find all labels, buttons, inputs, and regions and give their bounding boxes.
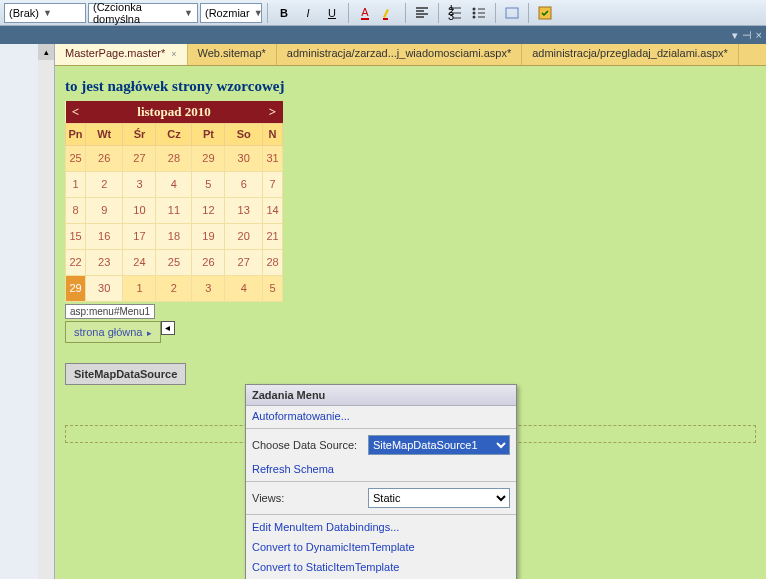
misc-button[interactable] — [501, 3, 523, 23]
calendar-day[interactable]: 24 — [123, 249, 156, 275]
convert-dynamic-link[interactable]: Convert to DynamicItemTemplate — [252, 541, 415, 553]
calendar-day[interactable]: 18 — [156, 223, 192, 249]
separator — [528, 3, 529, 23]
align-button[interactable] — [411, 3, 433, 23]
scrollbar[interactable] — [38, 44, 54, 579]
arrow-down-icon[interactable]: ▾ — [732, 29, 738, 42]
calendar-day[interactable]: 12 — [192, 197, 225, 223]
calendar-day[interactable]: 2 — [86, 171, 123, 197]
separator — [438, 3, 439, 23]
calendar-day[interactable]: 3 — [123, 171, 156, 197]
calendar-day[interactable]: 15 — [66, 223, 86, 249]
calendar-day[interactable]: 23 — [86, 249, 123, 275]
document-tab[interactable]: administracja/przegladaj_dzialami.aspx* — [522, 44, 739, 65]
control-tag[interactable]: asp:menu#Menu1 — [65, 304, 155, 319]
calendar-day[interactable]: 3 — [192, 275, 225, 301]
options-button[interactable] — [534, 3, 556, 23]
close-icon[interactable]: × — [171, 49, 176, 59]
italic-button[interactable]: I — [297, 3, 319, 23]
chevron-down-icon: ▼ — [43, 8, 52, 18]
calendar-day[interactable]: 9 — [86, 197, 123, 223]
style-dropdown-value: (Brak) — [9, 7, 39, 19]
calendar-day[interactable]: 1 — [66, 171, 86, 197]
calendar-day[interactable]: 7 — [263, 171, 283, 197]
highlight-button[interactable] — [378, 3, 400, 23]
font-color-button[interactable]: A — [354, 3, 376, 23]
bold-button[interactable]: B — [273, 3, 295, 23]
calendar-day-header: So — [225, 123, 263, 145]
calendar-day[interactable]: 13 — [225, 197, 263, 223]
calendar-day[interactable]: 22 — [66, 249, 86, 275]
menu-root-item[interactable]: strona główna▸ — [65, 321, 161, 343]
calendar-day[interactable]: 14 — [263, 197, 283, 223]
font-dropdown[interactable]: (Czcionka domyślna▼ — [88, 3, 198, 23]
style-dropdown[interactable]: (Brak)▼ — [4, 3, 86, 23]
document-tabs: MasterPage.master*×Web.sitemap*administr… — [55, 44, 766, 66]
svg-point-4 — [473, 7, 476, 10]
calendar-day[interactable]: 19 — [192, 223, 225, 249]
calendar-day[interactable]: 29 — [192, 145, 225, 171]
scroll-up-icon[interactable]: ▴ — [38, 44, 54, 60]
separator — [246, 514, 516, 515]
calendar-day[interactable]: 27 — [123, 145, 156, 171]
calendar-day[interactable]: 25 — [66, 145, 86, 171]
refresh-schema-link[interactable]: Refresh Schema — [252, 463, 334, 475]
pin-icon[interactable]: ⊣ — [742, 29, 752, 42]
calendar-next-button[interactable]: > — [263, 101, 283, 123]
font-dropdown-value: (Czcionka domyślna — [93, 1, 180, 25]
calendar-day[interactable]: 6 — [225, 171, 263, 197]
calendar-day[interactable]: 4 — [156, 171, 192, 197]
calendar-day[interactable]: 31 — [263, 145, 283, 171]
calendar-day[interactable]: 4 — [225, 275, 263, 301]
calendar-day[interactable]: 17 — [123, 223, 156, 249]
calendar-day[interactable]: 28 — [263, 249, 283, 275]
datasource-select[interactable]: SiteMapDataSource1 — [368, 435, 510, 455]
separator — [267, 3, 268, 23]
document-tab[interactable]: Web.sitemap* — [188, 44, 277, 65]
chevron-down-icon: ▼ — [184, 8, 193, 18]
calendar-day[interactable]: 27 — [225, 249, 263, 275]
calendar-day[interactable]: 30 — [86, 275, 123, 301]
calendar-day[interactable]: 5 — [263, 275, 283, 301]
document-tab[interactable]: MasterPage.master*× — [55, 44, 188, 65]
calendar-day[interactable]: 16 — [86, 223, 123, 249]
design-canvas[interactable]: to jest nagłówek strony wzorcowej < list… — [55, 66, 766, 579]
calendar-prev-button[interactable]: < — [66, 101, 86, 123]
calendar-day[interactable]: 26 — [86, 145, 123, 171]
calendar-day[interactable]: 21 — [263, 223, 283, 249]
calendar[interactable]: < listopad 2010 > PnWtŚrCzPtSoN 25262728… — [65, 101, 283, 302]
chevron-down-icon: ▼ — [254, 8, 263, 18]
calendar-day[interactable]: 26 — [192, 249, 225, 275]
datasource-control[interactable]: SiteMapDataSource — [65, 363, 186, 385]
calendar-day[interactable]: 10 — [123, 197, 156, 223]
numbered-list-button[interactable]: 123 — [444, 3, 466, 23]
calendar-day[interactable]: 1 — [123, 275, 156, 301]
autoformat-link[interactable]: Autoformatowanie... — [252, 410, 350, 422]
smart-tag-button[interactable]: ◂ — [161, 321, 175, 335]
calendar-day-header: Cz — [156, 123, 192, 145]
calendar-day[interactable]: 20 — [225, 223, 263, 249]
size-dropdown[interactable]: (Rozmiar▼ — [200, 3, 262, 23]
datasource-label: Choose Data Source: — [252, 439, 362, 451]
calendar-day-header: Wt — [86, 123, 123, 145]
calendar-day[interactable]: 30 — [225, 145, 263, 171]
chevron-right-icon: ▸ — [147, 328, 152, 338]
bullet-list-button[interactable] — [468, 3, 490, 23]
close-icon[interactable]: × — [756, 29, 762, 41]
calendar-day[interactable]: 25 — [156, 249, 192, 275]
calendar-month: listopad 2010 — [86, 101, 263, 123]
convert-static-link[interactable]: Convert to StaticItemTemplate — [252, 561, 399, 573]
calendar-day[interactable]: 29 — [66, 275, 86, 301]
views-select[interactable]: Static — [368, 488, 510, 508]
document-tab[interactable]: administracja/zarzad...j_wiadomosciami.a… — [277, 44, 522, 65]
calendar-day[interactable]: 28 — [156, 145, 192, 171]
workspace: ▴ MasterPage.master*×Web.sitemap*adminis… — [0, 44, 766, 579]
calendar-day[interactable]: 8 — [66, 197, 86, 223]
calendar-day[interactable]: 2 — [156, 275, 192, 301]
calendar-day[interactable]: 5 — [192, 171, 225, 197]
separator — [405, 3, 406, 23]
edit-databindings-link[interactable]: Edit MenuItem Databindings... — [252, 521, 399, 533]
svg-text:3: 3 — [448, 10, 454, 21]
calendar-day[interactable]: 11 — [156, 197, 192, 223]
underline-button[interactable]: U — [321, 3, 343, 23]
